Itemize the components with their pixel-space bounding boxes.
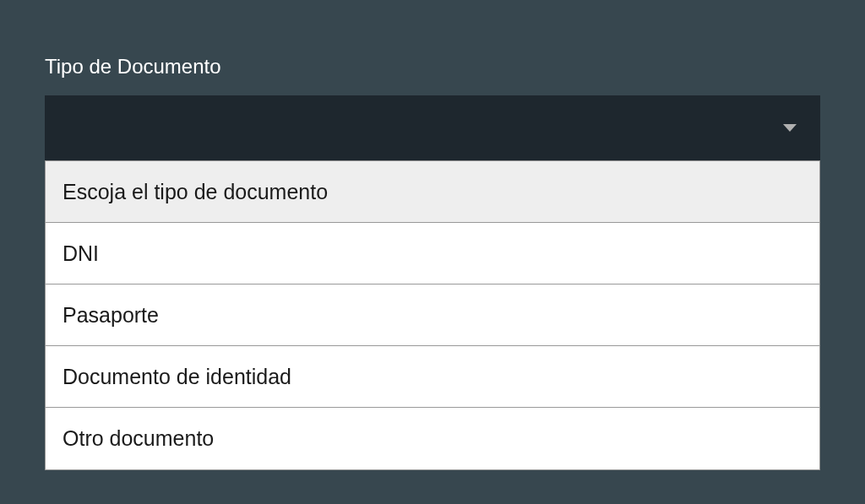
caret-down-icon	[783, 124, 797, 132]
dropdown-list: Escoja el tipo de documento DNI Pasaport…	[45, 160, 820, 470]
dropdown-toggle[interactable]	[45, 95, 820, 160]
option-label: DNI	[63, 241, 99, 266]
field-label: Tipo de Documento	[45, 55, 820, 79]
option-label: Escoja el tipo de documento	[63, 180, 328, 204]
dropdown-option-dni[interactable]: DNI	[46, 223, 819, 285]
option-label: Otro documento	[63, 426, 214, 451]
document-type-dropdown: Escoja el tipo de documento DNI Pasaport…	[45, 95, 820, 470]
dropdown-option-documento-identidad[interactable]: Documento de identidad	[46, 346, 819, 408]
dropdown-option-otro-documento[interactable]: Otro documento	[46, 408, 819, 469]
dropdown-option-placeholder[interactable]: Escoja el tipo de documento	[46, 161, 819, 223]
option-label: Documento de identidad	[63, 365, 291, 389]
option-label: Pasaporte	[63, 303, 159, 328]
dropdown-option-pasaporte[interactable]: Pasaporte	[46, 285, 819, 346]
